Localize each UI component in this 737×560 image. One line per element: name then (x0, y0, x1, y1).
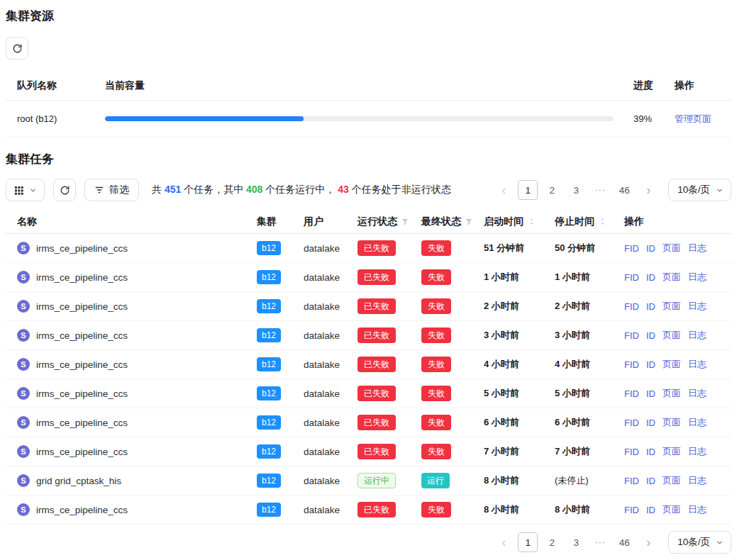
tasks-refresh-button[interactable] (53, 179, 76, 201)
progress-percent: 39% (631, 113, 667, 124)
fid-link[interactable]: FID (624, 447, 639, 457)
tasks-title: 集群任务 (6, 152, 731, 167)
page-size-select[interactable]: 10条/页 (668, 531, 731, 554)
page-button-3[interactable]: 3 (566, 532, 586, 552)
log-link[interactable]: 日志 (688, 387, 706, 400)
fid-link[interactable]: FID (624, 359, 639, 370)
summary-suffix: 个任务处于非运行状态 (349, 184, 451, 195)
log-link[interactable]: 日志 (688, 271, 706, 284)
run-status-badge: 已失败 (358, 444, 396, 459)
start-time: 7 小时前 (484, 445, 555, 458)
page-button-46[interactable]: 46 (614, 180, 634, 200)
log-link[interactable]: 日志 (688, 242, 706, 254)
run-status-badge: 已失败 (358, 240, 396, 256)
next-page-button[interactable]: › (638, 532, 658, 552)
run-status-filter-funnel-icon[interactable] (401, 218, 409, 226)
fid-link[interactable]: FID (624, 272, 639, 283)
col-header-actions: 操作 (624, 215, 731, 228)
resources-refresh-button[interactable] (6, 37, 28, 60)
start-time: 2 小时前 (484, 300, 555, 313)
id-link[interactable]: ID (646, 388, 655, 399)
columns-settings-button[interactable] (6, 179, 45, 201)
spark-app-icon: S (17, 329, 30, 342)
filter-button[interactable]: 筛选 (84, 179, 139, 201)
page-ellipsis[interactable]: ··· (590, 532, 610, 552)
log-link[interactable]: 日志 (688, 416, 706, 429)
id-link[interactable]: ID (646, 330, 655, 341)
final-status-filter-funnel-icon[interactable] (465, 218, 473, 226)
resources-table: 队列名称 当前容量 进度 操作 root (b12) 39% 管理页面 (6, 71, 731, 138)
id-link[interactable]: ID (646, 447, 655, 457)
page-link[interactable]: 页面 (663, 300, 681, 313)
log-link[interactable]: 日志 (688, 474, 706, 487)
spark-app-icon: S (17, 445, 30, 458)
log-link[interactable]: 日志 (688, 358, 706, 371)
cluster-badge: b12 (257, 241, 281, 255)
page-button-3[interactable]: 3 (566, 180, 586, 200)
log-link[interactable]: 日志 (688, 300, 706, 313)
log-link[interactable]: 日志 (688, 445, 706, 458)
page-link[interactable]: 页面 (663, 416, 681, 429)
log-link[interactable]: 日志 (688, 503, 706, 516)
col-header-current-capacity: 当前容量 (105, 79, 631, 92)
filter-icon (94, 185, 104, 195)
stop-time: 3 小时前 (555, 329, 624, 342)
start-time: 8 小时前 (484, 474, 555, 487)
next-page-button[interactable]: › (638, 180, 658, 200)
final-status-badge: 失败 (421, 269, 451, 285)
fid-link[interactable]: FID (624, 505, 639, 515)
id-link[interactable]: ID (646, 359, 655, 370)
stop-time-sort-icon[interactable] (598, 217, 607, 226)
fid-link[interactable]: FID (624, 330, 639, 341)
page-link[interactable]: 页面 (663, 242, 681, 254)
id-link[interactable]: ID (646, 476, 655, 486)
page-link[interactable]: 页面 (663, 329, 681, 342)
fid-link[interactable]: FID (624, 476, 639, 486)
summary-running-count: 408 (246, 184, 262, 195)
id-link[interactable]: ID (646, 505, 655, 515)
page-link[interactable]: 页面 (663, 503, 681, 516)
page-button-2[interactable]: 2 (542, 180, 562, 200)
stop-time: 8 小时前 (555, 503, 624, 516)
page-link[interactable]: 页面 (663, 474, 681, 487)
page-link[interactable]: 页面 (663, 358, 681, 371)
table-row: S irms_ce_pipeline_ccs b12 datalake 已失败 … (6, 495, 731, 525)
page-button-1[interactable]: 1 (518, 532, 538, 552)
page-link[interactable]: 页面 (663, 445, 681, 458)
spark-app-icon: S (17, 242, 30, 254)
id-link[interactable]: ID (646, 418, 655, 428)
page-link[interactable]: 页面 (663, 387, 681, 400)
stop-time: 4 小时前 (555, 358, 624, 371)
id-link[interactable]: ID (646, 272, 655, 283)
id-link[interactable]: ID (646, 243, 655, 254)
refresh-icon (12, 43, 23, 54)
capacity-progress-fill (105, 116, 304, 121)
page-link[interactable]: 页面 (663, 271, 681, 284)
user-name: datalake (304, 476, 358, 486)
start-time-sort-icon[interactable] (527, 217, 536, 226)
prev-page-button[interactable]: ‹ (494, 532, 514, 552)
run-status-badge: 已失败 (358, 269, 396, 285)
page-button-46[interactable]: 46 (614, 532, 634, 552)
task-summary: 共 451 个任务，其中 408 个任务运行中， 43 个任务处于非运行状态 (152, 184, 451, 196)
log-link[interactable]: 日志 (688, 329, 706, 342)
col-header-cluster: 集群 (257, 215, 304, 228)
col-header-final-status: 最终状态 (421, 215, 461, 228)
prev-page-button[interactable]: ‹ (494, 180, 514, 200)
page-button-2[interactable]: 2 (542, 532, 562, 552)
fid-link[interactable]: FID (624, 301, 639, 312)
id-link[interactable]: ID (646, 301, 655, 312)
user-name: datalake (304, 301, 358, 312)
fid-link[interactable]: FID (624, 388, 639, 399)
fid-link[interactable]: FID (624, 418, 639, 428)
run-status-badge: 已失败 (358, 386, 396, 401)
user-name: datalake (304, 243, 358, 254)
fid-link[interactable]: FID (624, 243, 639, 254)
tasks-table-header: 名称 集群 用户 运行状态 最终状态 启动时间 停止时间 (6, 210, 731, 234)
user-name: datalake (304, 359, 358, 370)
page-size-select[interactable]: 10条/页 (668, 179, 731, 201)
page-button-1[interactable]: 1 (518, 180, 538, 200)
final-status-badge: 运行 (421, 473, 450, 488)
manage-page-link[interactable]: 管理页面 (675, 113, 711, 124)
page-ellipsis[interactable]: ··· (590, 180, 610, 200)
